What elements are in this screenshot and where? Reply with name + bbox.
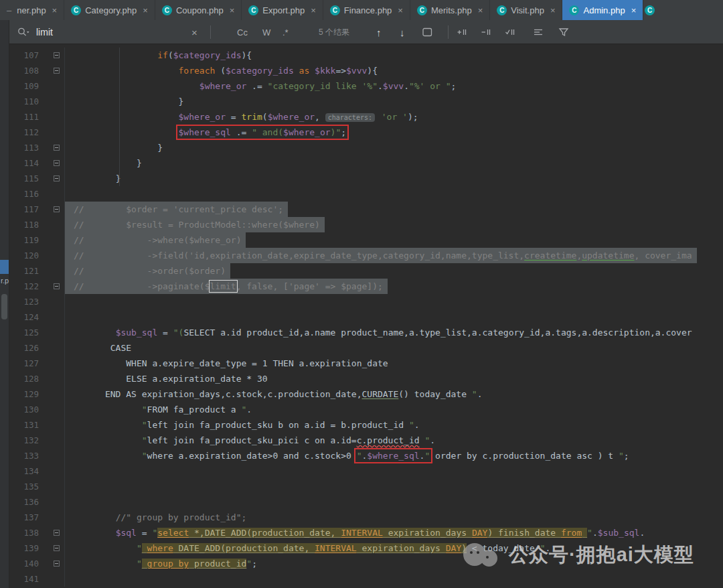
line-number[interactable]: 119 (9, 232, 40, 248)
code-text[interactable]: // $order = 'current_price desc'; (64, 202, 288, 217)
tab-merits-php[interactable]: CMerits.php× (410, 0, 490, 20)
code-text[interactable]: } (64, 155, 147, 171)
find-input[interactable] (36, 24, 177, 40)
code-text[interactable]: $sub_sql = "(SELECT a.id product_id,a.na… (64, 325, 697, 340)
line-number[interactable]: 125 (9, 325, 40, 340)
whole-words-toggle[interactable]: W (262, 20, 270, 44)
code-text[interactable] (64, 479, 78, 494)
code-text[interactable]: if($category_ids){ (64, 48, 256, 63)
line-number[interactable]: 136 (9, 494, 40, 510)
tab-close-icon[interactable]: × (52, 5, 58, 15)
line-number[interactable]: 139 (9, 540, 40, 556)
code-text[interactable]: // ->where($where_or) (64, 232, 246, 248)
tab-finance-php[interactable]: CFinance.php× (323, 0, 410, 20)
fold-icon[interactable] (54, 68, 60, 74)
code-text[interactable]: $sql = "select *,DATE_ADD(production_dat… (64, 525, 649, 540)
line-number[interactable]: 107 (9, 48, 40, 63)
code-text[interactable]: " where DATE_ADD(production_date, INTERV… (64, 540, 555, 556)
line-number[interactable]: 127 (9, 356, 40, 371)
line-number[interactable]: 121 (9, 263, 40, 279)
tab-visit-php[interactable]: CVisit.php× (490, 0, 562, 20)
line-number[interactable]: 140 (9, 556, 40, 571)
code-text[interactable]: } (64, 171, 125, 186)
code-text[interactable] (64, 571, 78, 587)
line-number[interactable]: 135 (9, 479, 40, 494)
code-text[interactable]: // ->paginate($limit, false, ['page' => … (64, 279, 388, 294)
tab-partial[interactable]: C (643, 0, 655, 20)
add-filter-icon[interactable] (457, 20, 468, 44)
search-options-icon[interactable] (533, 20, 544, 44)
tab-export-php[interactable]: CExport.php× (242, 0, 323, 20)
line-number[interactable]: 109 (9, 78, 40, 94)
fold-icon[interactable] (54, 561, 60, 567)
line-number[interactable]: 116 (9, 186, 40, 202)
code-text[interactable]: $where_sql .= " and($where_or)"; (64, 125, 351, 140)
tab-coupon-php[interactable]: CCoupon.php× (155, 0, 242, 20)
line-number[interactable]: 132 (9, 433, 40, 448)
tab-category-php[interactable]: CCategory.php× (64, 0, 155, 20)
code-text[interactable]: END AS expiration_days,c.stock,c.product… (64, 386, 487, 402)
next-match-icon[interactable]: ↓ (400, 20, 405, 44)
open-in-find-window-icon[interactable] (422, 20, 433, 44)
fold-icon[interactable] (54, 545, 60, 551)
code-editor[interactable]: 107 if($category_ids){108 foreach ($cate… (9, 44, 723, 588)
tab-close-icon[interactable]: × (143, 5, 148, 15)
fold-icon[interactable] (54, 283, 60, 289)
code-text[interactable] (64, 309, 78, 325)
code-text[interactable]: "left join fa_product_sku b on a.id = b.… (64, 417, 424, 433)
line-number[interactable]: 138 (9, 525, 40, 540)
code-text[interactable]: // ->order($order) (64, 263, 230, 279)
tab-admin-php[interactable]: CAdmin.php× (562, 0, 643, 20)
tab-close-icon[interactable]: × (311, 5, 316, 15)
line-number[interactable]: 115 (9, 171, 40, 186)
remove-filter-icon[interactable] (481, 20, 492, 44)
code-text[interactable]: " group by product_id"; (64, 556, 262, 571)
tab-close-icon[interactable]: × (398, 5, 403, 15)
check-filter-icon[interactable] (505, 20, 516, 44)
fold-icon[interactable] (54, 175, 60, 181)
line-number[interactable]: 110 (9, 94, 40, 109)
line-number[interactable]: 126 (9, 340, 40, 356)
line-number[interactable]: 113 (9, 140, 40, 155)
line-number[interactable]: 131 (9, 417, 40, 433)
fold-icon[interactable] (54, 530, 60, 536)
code-text[interactable] (64, 186, 78, 202)
code-text[interactable]: "left join fa_product_sku_pici c on a.id… (64, 433, 440, 448)
line-number[interactable]: 137 (9, 510, 40, 525)
line-number[interactable]: 120 (9, 248, 40, 263)
line-number[interactable]: 124 (9, 309, 40, 325)
line-number[interactable]: 118 (9, 217, 40, 232)
line-number[interactable]: 130 (9, 402, 40, 417)
line-number[interactable]: 122 (9, 279, 40, 294)
match-case-toggle[interactable]: Cc (237, 20, 248, 44)
line-number[interactable]: 112 (9, 125, 40, 140)
line-number[interactable]: 108 (9, 63, 40, 78)
code-text[interactable]: "where a.expiration_date>0 and c.stock>0… (64, 448, 634, 463)
line-number[interactable]: 141 (9, 571, 40, 587)
line-number[interactable]: 134 (9, 463, 40, 479)
code-text[interactable]: // ->field('id,expiration_date,expire_da… (64, 248, 697, 263)
line-number[interactable]: 129 (9, 386, 40, 402)
code-text[interactable]: ELSE a.expiration_date * 30 (64, 371, 272, 386)
code-text[interactable] (64, 463, 78, 479)
tab-close-icon[interactable]: × (631, 5, 637, 15)
line-number[interactable]: 111 (9, 109, 40, 125)
clear-search-icon[interactable]: × (191, 20, 197, 44)
tab-close-icon[interactable]: × (550, 5, 556, 15)
tab-close-icon[interactable]: × (230, 5, 235, 15)
code-text[interactable]: $where_or = trim($where_or, characters: … (64, 109, 423, 125)
code-text[interactable]: } (64, 94, 188, 109)
fold-icon[interactable] (54, 52, 60, 58)
line-number[interactable]: 123 (9, 294, 40, 309)
code-text[interactable]: $where_or .= "category_id like '%".$vvv.… (64, 78, 461, 94)
code-text[interactable] (64, 294, 78, 309)
line-number[interactable]: 117 (9, 202, 40, 217)
search-icon[interactable] (17, 20, 29, 44)
fold-icon[interactable] (54, 145, 60, 151)
code-text[interactable]: foreach ($category_ids as $kkk=>$vvv){ (64, 63, 382, 78)
line-number[interactable]: 133 (9, 448, 40, 463)
tab-ner-php[interactable]: –ner.php× (0, 0, 64, 20)
code-text[interactable]: WHEN a.expire_date_type = 1 THEN a.expir… (64, 356, 393, 371)
filter-funnel-icon[interactable] (558, 20, 569, 44)
code-text[interactable]: CASE (64, 340, 136, 356)
